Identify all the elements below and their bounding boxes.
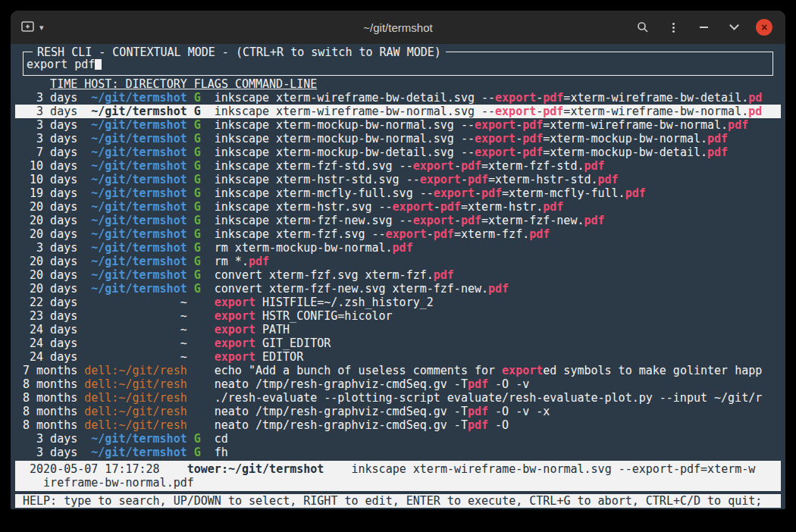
host-cell: ~/git/termshot	[84, 146, 186, 159]
time-cell: 3 days	[23, 432, 77, 446]
search-box-title: RESH CLI - CONTEXTUAL MODE - (CTRL+R to …	[33, 45, 446, 59]
history-row[interactable]: 19 days~/git/termshotGinkscape xterm-mcf…	[15, 186, 781, 200]
command-cell: echo "Add a bunch of useless comments fo…	[215, 364, 773, 377]
time-cell: 19 days	[23, 186, 77, 200]
titlebar[interactable]: ▾ ~/git/termshot ×	[11, 11, 785, 44]
command-cell: neato /tmp/resh-graphviz-cmdSeq.gv -Tpdf…	[215, 418, 773, 432]
time-cell: 20 days	[23, 282, 77, 296]
history-row[interactable]: 20 days~/git/termshotGinkscape xterm-fzf…	[15, 214, 781, 227]
time-cell: 24 days	[23, 336, 77, 350]
history-row[interactable]: 24 days~export PATH	[15, 323, 781, 336]
host-cell: ~/git/termshot	[84, 173, 186, 186]
host-cell: dell:~/git/resh	[84, 405, 186, 418]
command-cell: inkscape xterm-wireframe-bw-normal.svg -…	[215, 105, 773, 118]
history-row[interactable]: 20 days~/git/termshotGinkscape xterm-hst…	[15, 200, 781, 214]
search-query-text: export pdf	[27, 58, 95, 71]
host-cell: ~/git/termshot	[84, 186, 186, 200]
command-cell: cd	[215, 432, 773, 446]
history-row[interactable]: 23 days~export HSTR_CONFIG=hicolor	[15, 309, 781, 323]
history-row[interactable]: 7 days~/git/termshotGinkscape xterm-mock…	[15, 146, 781, 159]
host-cell: ~	[84, 309, 186, 323]
flags-cell	[194, 377, 201, 391]
command-cell: ./resh-evaluate --plotting-script evalua…	[215, 391, 773, 405]
flags-cell	[194, 391, 201, 405]
history-row[interactable]: 22 days~export HISTFILE=~/.zsh_history_2	[15, 296, 781, 309]
search-button[interactable]	[632, 17, 653, 38]
kebab-menu-icon	[672, 23, 675, 33]
history-row[interactable]: 8 monthsdell:~/git/reshneato /tmp/resh-g…	[15, 405, 781, 418]
host-cell: ~/git/termshot	[84, 227, 186, 241]
flags-cell: G	[194, 200, 201, 214]
window-title: ~/git/termshot	[363, 21, 432, 34]
host-cell: ~/git/termshot	[84, 241, 186, 255]
history-row[interactable]: 3 days~/git/termshotGinkscape xterm-wire…	[15, 91, 781, 105]
history-row[interactable]: 3 days~/git/termshotGinkscape xterm-mock…	[15, 132, 781, 146]
history-row[interactable]: 20 days~/git/termshotGrm *.pdf	[15, 255, 781, 268]
time-cell: 3 days	[23, 446, 77, 459]
close-icon: ×	[756, 19, 772, 36]
time-cell: 3 days	[23, 105, 77, 118]
time-cell: 3 days	[23, 132, 77, 146]
table-header: TIME HOST: DIRECTORY FLAGS COMMAND-LINE	[23, 77, 773, 91]
flags-cell: G	[194, 227, 201, 241]
history-row[interactable]: 3 days~/git/termshotGinkscape xterm-wire…	[15, 105, 781, 118]
command-cell: inkscape xterm-mockup-bw-normal.svg --ex…	[215, 132, 773, 146]
flags-cell: G	[194, 268, 201, 282]
command-cell: inkscape xterm-hstr-std.svg --export-pdf…	[215, 173, 773, 186]
history-row[interactable]: 8 monthsdell:~/git/resh./resh-evaluate -…	[15, 391, 781, 405]
time-cell: 20 days	[23, 214, 77, 227]
time-cell: 3 days	[23, 241, 77, 255]
flags-cell	[194, 418, 201, 432]
search-icon	[637, 21, 649, 33]
flags-cell	[194, 296, 201, 309]
history-row[interactable]: 20 days~/git/termshotGconvert xterm-fzf-…	[15, 282, 781, 296]
command-cell: inkscape xterm-mockup-bw-detail.svg --ex…	[215, 146, 773, 159]
flags-cell	[194, 364, 201, 377]
flags-cell: G	[194, 446, 201, 459]
table-header-text: TIME HOST: DIRECTORY FLAGS COMMAND-LINE	[50, 77, 317, 91]
history-row[interactable]: 20 days~/git/termshotGconvert xterm-fzf.…	[15, 268, 781, 282]
host-cell: ~/git/termshot	[84, 446, 186, 459]
history-row[interactable]: 3 days~/git/termshotGfh	[15, 446, 781, 459]
command-cell: export EDITOR	[215, 350, 773, 364]
command-cell: export GIT_EDITOR	[215, 336, 773, 350]
history-row[interactable]: 24 days~export GIT_EDITOR	[15, 336, 781, 350]
terminal-screen[interactable]: RESH CLI - CONTEXTUAL MODE - (CTRL+R to …	[11, 44, 785, 509]
host-cell: ~/git/termshot	[84, 282, 186, 296]
history-row[interactable]: 10 days~/git/termshotGinkscape xterm-hst…	[15, 173, 781, 186]
time-cell: 10 days	[23, 173, 77, 186]
history-row[interactable]: 7 monthsdell:~/git/reshecho "Add a bunch…	[15, 364, 781, 377]
minimize-icon	[700, 27, 708, 28]
flags-cell	[194, 350, 201, 364]
history-row[interactable]: 8 monthsdell:~/git/reshneato /tmp/resh-g…	[15, 418, 781, 432]
command-cell: convert xterm-fzf-new.svg xterm-fzf-new.…	[215, 282, 773, 296]
command-cell: inkscape xterm-mockup-bw-normal.svg --ex…	[215, 118, 773, 132]
flags-cell: G	[194, 159, 201, 173]
history-row[interactable]: 10 days~/git/termshotGinkscape xterm-fzf…	[15, 159, 781, 173]
flags-cell: G	[194, 105, 201, 118]
search-input[interactable]: export pdf	[27, 58, 769, 71]
minimize-button[interactable]	[693, 17, 714, 38]
command-cell: neato /tmp/resh-graphviz-cmdSeq.gv -Tpdf…	[215, 405, 773, 418]
flags-cell: G	[194, 91, 201, 105]
command-cell: inkscape xterm-fzf-std.svg --export-pdf=…	[215, 159, 773, 173]
menu-button[interactable]	[663, 17, 684, 38]
flags-cell: G	[194, 214, 201, 227]
time-cell: 23 days	[23, 309, 77, 323]
flags-cell	[194, 336, 201, 350]
flags-cell: G	[194, 186, 201, 200]
close-button[interactable]: ×	[754, 17, 775, 38]
new-tab-button[interactable]: ▾	[21, 17, 44, 38]
help-bar: HELP: type to search, UP/DOWN to select,…	[15, 494, 781, 508]
history-row[interactable]: 20 days~/git/termshotGinkscape xterm-fzf…	[15, 227, 781, 241]
history-row[interactable]: 3 days~/git/termshotGrm xterm-mockup-bw-…	[15, 241, 781, 255]
history-row[interactable]: 3 days~/git/termshotGcd	[15, 432, 781, 446]
restore-button[interactable]	[723, 17, 744, 38]
history-row[interactable]: 8 monthsdell:~/git/reshneato /tmp/resh-g…	[15, 377, 781, 391]
time-cell: 20 days	[23, 227, 77, 241]
flags-cell: G	[194, 432, 201, 446]
history-row[interactable]: 3 days~/git/termshotGinkscape xterm-mock…	[15, 118, 781, 132]
time-cell: 8 months	[23, 391, 77, 405]
history-row[interactable]: 24 days~export EDITOR	[15, 350, 781, 364]
command-cell: rm xterm-mockup-bw-normal.pdf	[215, 241, 773, 255]
